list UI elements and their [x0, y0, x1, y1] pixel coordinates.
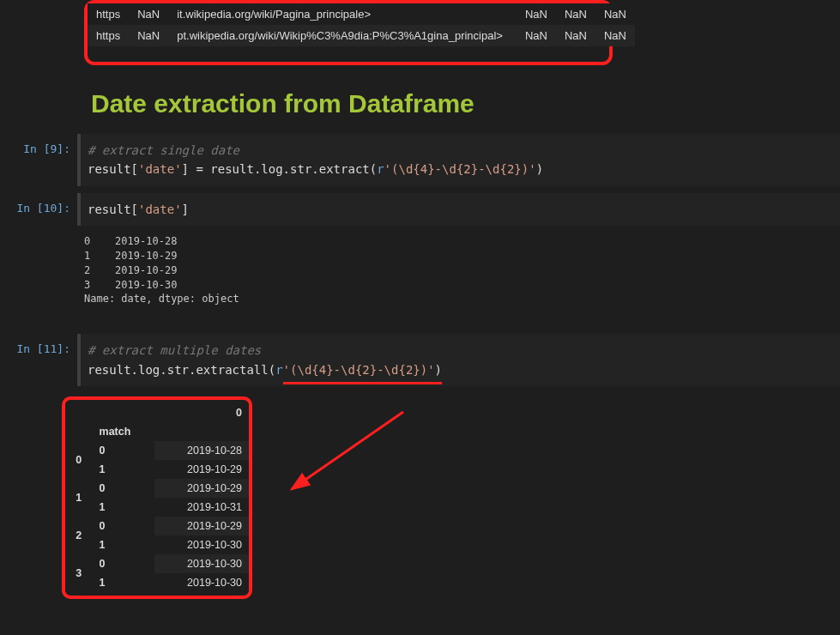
table-cell: NaN — [595, 25, 635, 46]
table-cell: https — [88, 3, 129, 25]
code-token: ) — [435, 363, 442, 377]
prompt-empty — [0, 226, 77, 327]
table-cell: NaN — [556, 3, 595, 25]
code-token: ] — [182, 203, 189, 216]
code-token: ) — [536, 162, 543, 176]
value-cell: 2019-10-30 — [154, 573, 249, 592]
value-cell: 2019-10-29 — [154, 479, 249, 498]
table-cell: pt.wikipedia.org/wiki/Wikip%C3%A9dia:P%C… — [168, 25, 511, 46]
code-token: result[ — [88, 203, 138, 216]
code-string: 'date' — [138, 162, 182, 176]
group-index-cell: 2 — [65, 517, 93, 554]
table-row: 12019-10-31 — [65, 498, 249, 517]
output-cell-10: 0 2019-10-28 1 2019-10-29 2 2019-10-29 3… — [0, 226, 840, 327]
table-row: 102019-10-29 — [65, 479, 249, 498]
table-header-match: match — [93, 422, 155, 441]
table-cell: https — [88, 25, 129, 46]
table-row: 12019-10-29 — [65, 460, 249, 479]
svg-line-0 — [292, 412, 403, 489]
top-output-row: . httpsNaNit.wikipedia.org/wiki/Pagina_p… — [0, 0, 840, 76]
match-index-cell: 0 — [93, 479, 155, 498]
section-heading: Date extraction from Dataframe — [91, 89, 833, 118]
table-cell: NaN — [595, 3, 635, 25]
table-header-blank — [65, 422, 93, 441]
table-header-blank — [154, 422, 249, 441]
table-row: 002019-10-28 — [65, 441, 249, 460]
input-prompt: In [11]: — [0, 334, 77, 386]
code-token: ] = result.log.str.extract( — [182, 162, 378, 176]
table-cell: NaN — [129, 3, 168, 25]
match-index-cell: 1 — [93, 573, 155, 592]
table-header-blank — [65, 403, 93, 422]
annotation-arrow-icon — [275, 403, 412, 506]
code-regex: '(\d{4}-\d{2}-\d{2})' — [384, 162, 536, 176]
match-index-cell: 0 — [93, 517, 155, 535]
table-cell: NaN — [511, 3, 556, 25]
annotation-box-output: 0 match 002019-10-2812019-10-29102019-10… — [62, 396, 252, 599]
stdout-output: 0 2019-10-28 1 2019-10-29 2 2019-10-29 3… — [77, 229, 840, 317]
code-comment: # extract multiple dates — [88, 343, 261, 357]
extractall-dataframe: 0 match 002019-10-2812019-10-29102019-10… — [65, 403, 249, 592]
code-cell-10[interactable]: In [10]: result['date'] — [0, 193, 840, 226]
prompt-empty: . — [0, 0, 77, 76]
code-cell-9[interactable]: In [9]: # extract single date result['da… — [0, 134, 840, 186]
table-row: httpsNaNit.wikipedia.org/wiki/Pagina_pri… — [88, 3, 635, 25]
markdown-heading-row: Date extraction from Dataframe — [0, 76, 840, 134]
value-cell: 2019-10-31 — [154, 498, 249, 517]
value-cell: 2019-10-29 — [154, 517, 249, 535]
value-cell: 2019-10-28 — [154, 441, 249, 460]
input-prompt: In [9]: — [0, 134, 77, 186]
table-cell: NaN — [511, 25, 556, 46]
value-cell: 2019-10-29 — [154, 460, 249, 479]
table-header-col: 0 — [154, 403, 249, 422]
code-comment: # extract single date — [88, 143, 239, 157]
table-cell: NaN — [556, 25, 595, 46]
code-regex: '(\d{4}-\d{2}-\d{2})' — [283, 363, 435, 377]
top-table: httpsNaNit.wikipedia.org/wiki/Pagina_pri… — [88, 3, 635, 46]
value-cell: 2019-10-30 — [154, 554, 249, 573]
table-cell: it.wikipedia.org/wiki/Pagina_principale> — [168, 3, 511, 25]
match-index-cell: 0 — [93, 554, 155, 573]
group-index-cell: 0 — [65, 441, 93, 479]
match-index-cell: 1 — [93, 535, 155, 554]
group-index-cell: 1 — [65, 479, 93, 517]
table-header-blank — [93, 403, 155, 422]
table-row: 12019-10-30 — [65, 573, 249, 592]
output-cell-11: 0 match 002019-10-2812019-10-29102019-10… — [0, 386, 840, 609]
annotation-box-top: httpsNaNit.wikipedia.org/wiki/Pagina_pri… — [84, 0, 613, 65]
match-index-cell: 1 — [93, 460, 155, 479]
code-token: result.log.str.extractall( — [88, 363, 275, 377]
value-cell: 2019-10-30 — [154, 535, 249, 554]
code-cell-11[interactable]: In [11]: # extract multiple dates result… — [0, 334, 840, 386]
group-index-cell: 3 — [65, 554, 93, 592]
code-input[interactable]: # extract single date result['date'] = r… — [77, 134, 840, 186]
code-string: 'date' — [138, 203, 182, 216]
code-rprefix: r — [377, 162, 384, 176]
table-row: httpsNaNpt.wikipedia.org/wiki/Wikip%C3%A… — [88, 25, 635, 46]
notebook-root: . httpsNaNit.wikipedia.org/wiki/Pagina_p… — [0, 0, 840, 609]
code-rprefix: r — [275, 363, 282, 377]
table-cell: NaN — [129, 25, 168, 46]
prompt-empty — [0, 76, 77, 134]
code-input[interactable]: # extract multiple dates result.log.str.… — [77, 334, 840, 386]
match-index-cell: 0 — [93, 441, 155, 460]
table-row: 202019-10-29 — [65, 517, 249, 535]
code-token: result[ — [88, 162, 138, 176]
input-prompt: In [10]: — [0, 193, 77, 226]
table-row: 12019-10-30 — [65, 535, 249, 554]
code-input[interactable]: result['date'] — [77, 193, 840, 226]
match-index-cell: 1 — [93, 498, 155, 517]
table-row: 302019-10-30 — [65, 554, 249, 573]
